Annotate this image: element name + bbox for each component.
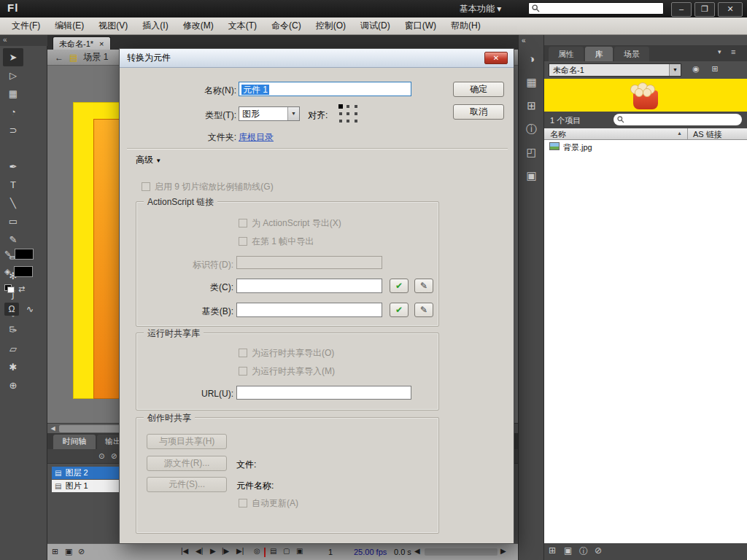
registration-point[interactable] bbox=[355, 105, 357, 108]
panel-menu-icon[interactable]: ≡ bbox=[731, 47, 735, 56]
registration-grid[interactable] bbox=[338, 104, 359, 125]
registration-point[interactable] bbox=[355, 112, 357, 115]
export-for-actionscript-checkbox[interactable]: 为 ActionScript 导出(X) bbox=[239, 218, 341, 228]
menu-insert[interactable]: 插入(I) bbox=[135, 18, 175, 34]
transform-panel-icon[interactable]: ◰ bbox=[519, 146, 544, 159]
step-forward-button[interactable]: |▶ bbox=[222, 547, 229, 555]
onion-skin-outlines-button[interactable]: ▢ bbox=[283, 547, 290, 555]
document-tab[interactable]: 未命名-1* × bbox=[53, 36, 111, 50]
timeline-scrollbar[interactable] bbox=[425, 548, 498, 556]
edit-class-button[interactable]: ✎ bbox=[414, 279, 433, 293]
new-layer-button[interactable]: ⊞ bbox=[52, 547, 58, 556]
minimize-button[interactable]: – bbox=[671, 2, 692, 17]
restore-button[interactable]: ❐ bbox=[694, 2, 715, 17]
zoom-tool[interactable]: ⊕ bbox=[3, 376, 23, 394]
registration-point[interactable] bbox=[347, 112, 349, 115]
menu-edit[interactable]: 编辑(E) bbox=[47, 18, 91, 34]
menu-file[interactable]: 文件(F) bbox=[4, 18, 47, 34]
base-class-input[interactable] bbox=[236, 303, 382, 317]
item-properties-button[interactable]: ⓘ bbox=[579, 545, 588, 558]
selection-tool[interactable]: ➤ bbox=[3, 48, 23, 66]
snap-to-objects-toggle[interactable]: Ω bbox=[4, 303, 19, 316]
validate-base-class-button[interactable]: ✔ bbox=[390, 303, 409, 317]
smooth-option[interactable]: ∿ bbox=[23, 303, 37, 316]
menu-debug[interactable]: 调试(D) bbox=[353, 18, 398, 34]
play-button[interactable]: ▶ bbox=[210, 547, 216, 555]
export-in-frame1-checkbox[interactable]: 在第 1 帧中导出 bbox=[239, 236, 314, 246]
timeline-scroll-left[interactable]: ◀ bbox=[414, 547, 420, 555]
column-name[interactable]: 名称 bbox=[550, 129, 566, 140]
registration-point[interactable] bbox=[339, 120, 342, 122]
sort-arrow-icon[interactable]: ▲ bbox=[677, 131, 682, 136]
tab-timeline[interactable]: 时间轴 bbox=[53, 435, 96, 449]
folder-link[interactable]: 库根目录 bbox=[239, 131, 274, 144]
align-panel-icon[interactable]: ⊞ bbox=[519, 99, 544, 112]
edit-base-class-button[interactable]: ✎ bbox=[414, 303, 433, 317]
export-runtime-sharing-checkbox[interactable]: 为运行时共享导出(O) bbox=[239, 348, 334, 358]
menu-window[interactable]: 窗口(W) bbox=[398, 18, 444, 34]
tools-panel-header[interactable]: « bbox=[0, 35, 47, 46]
timeline-scroll-right[interactable]: ▶ bbox=[500, 547, 506, 555]
pen-tool[interactable]: ✒ bbox=[3, 158, 23, 176]
symbol-name-input[interactable]: 元件 1 bbox=[239, 82, 411, 96]
close-window-button[interactable]: ✕ bbox=[718, 2, 743, 17]
library-item-name[interactable]: 背景.jpg bbox=[563, 142, 592, 153]
new-symbol-button[interactable]: ⊞ bbox=[549, 545, 556, 556]
stroke-color-swatch[interactable] bbox=[15, 249, 34, 260]
go-to-first-frame-button[interactable]: |◀ bbox=[181, 547, 188, 555]
color-panel-icon[interactable]: ◑ bbox=[519, 52, 544, 65]
eraser-tool[interactable]: ▱ bbox=[3, 340, 23, 358]
text-tool[interactable]: T bbox=[3, 176, 23, 194]
hand-tool[interactable]: ✱ bbox=[3, 358, 23, 376]
validate-class-button[interactable]: ✔ bbox=[390, 279, 409, 293]
new-folder-button[interactable]: ▣ bbox=[65, 547, 72, 556]
app-search-input[interactable] bbox=[540, 3, 659, 14]
column-as-linkage[interactable]: AS 链接 bbox=[693, 129, 722, 140]
delete-item-button[interactable]: ⊘ bbox=[595, 545, 602, 556]
ok-button[interactable]: 确定 bbox=[453, 82, 504, 97]
delete-layer-button[interactable]: ⊘ bbox=[78, 547, 85, 556]
collapse-panel-icon[interactable]: « bbox=[519, 36, 544, 44]
frame-rate-value[interactable]: 25.00 fps bbox=[354, 548, 387, 556]
scroll-left-icon[interactable]: ◀ bbox=[48, 424, 58, 433]
go-to-last-frame-button[interactable]: ▶| bbox=[236, 547, 244, 555]
tab-library[interactable]: 库 bbox=[585, 47, 613, 61]
code-snippets-panel-icon[interactable]: ▣ bbox=[519, 169, 544, 182]
default-colors-icon[interactable] bbox=[4, 284, 15, 293]
column-divider[interactable] bbox=[687, 128, 688, 139]
swap-colors-icon[interactable]: ⇄ bbox=[18, 284, 25, 294]
swatches-panel-icon[interactable]: ▦ bbox=[519, 76, 544, 89]
menu-view[interactable]: 视图(V) bbox=[91, 18, 135, 34]
advanced-toggle[interactable]: 高级 ▼ bbox=[136, 154, 161, 166]
menu-commands[interactable]: 命令(C) bbox=[264, 18, 309, 34]
library-item-row[interactable]: 背景.jpg bbox=[544, 140, 747, 153]
center-frame-button[interactable]: ◎ bbox=[254, 547, 260, 555]
free-transform-tool[interactable]: ▦ bbox=[3, 85, 23, 103]
dialog-titlebar[interactable]: 转换为元件 bbox=[120, 49, 514, 68]
registration-point[interactable] bbox=[355, 120, 357, 122]
class-input[interactable] bbox=[236, 279, 382, 293]
library-search-box[interactable] bbox=[614, 114, 742, 125]
pin-library-icon[interactable]: ◉ bbox=[689, 64, 703, 74]
lock-layers-icon[interactable]: ⊘ bbox=[111, 452, 117, 460]
tab-close-icon[interactable]: × bbox=[99, 38, 104, 50]
url-input[interactable] bbox=[236, 386, 411, 400]
symbol-type-select[interactable]: 图形 ▼ bbox=[239, 106, 300, 121]
onion-skin-button[interactable]: ▤ bbox=[270, 547, 276, 555]
registration-point-active[interactable] bbox=[338, 104, 343, 109]
new-library-panel-icon[interactable]: ⊞ bbox=[708, 64, 722, 74]
menu-modify[interactable]: 修改(M) bbox=[176, 18, 221, 34]
library-document-select[interactable]: 未命名-1 ▼ bbox=[549, 63, 681, 77]
menu-text[interactable]: 文本(T) bbox=[221, 18, 264, 34]
dialog-close-button[interactable]: ✕ bbox=[484, 52, 508, 64]
scale9-checkbox[interactable]: 启用 9 切片缩放比例辅助线(G) bbox=[142, 182, 274, 192]
back-icon[interactable]: ← bbox=[55, 52, 63, 63]
app-search-box[interactable] bbox=[528, 2, 664, 15]
chevron-down-icon[interactable]: ▾ bbox=[718, 48, 721, 55]
fill-color-swatch[interactable] bbox=[14, 266, 33, 277]
import-runtime-sharing-checkbox[interactable]: 为运行时共享导入(M) bbox=[239, 366, 335, 376]
registration-point[interactable] bbox=[347, 105, 349, 108]
show-hide-layers-icon[interactable]: ⊙ bbox=[98, 452, 104, 460]
auto-update-checkbox[interactable]: 自动更新(A) bbox=[239, 498, 298, 508]
registration-point[interactable] bbox=[347, 120, 349, 122]
